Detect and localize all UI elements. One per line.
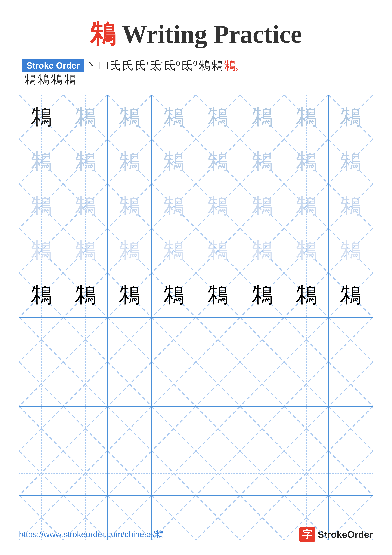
cell-character: 鴸: [340, 151, 361, 172]
grid-cell-8-7[interactable]: [328, 451, 373, 495]
stroke-6: 氏': [134, 60, 149, 71]
grid-cell-6-7[interactable]: [328, 362, 373, 406]
grid-cell-2-7[interactable]: 鴸: [328, 184, 373, 228]
grid-cell-9-6[interactable]: [284, 496, 328, 540]
grid-cell-3-3[interactable]: 鴸: [152, 228, 196, 273]
stroke-8: 氐⁰: [164, 60, 181, 71]
grid-cell-6-3[interactable]: [152, 362, 196, 406]
page-title: 鴸 Writing Practice: [90, 19, 302, 49]
cell-character: 鴸: [119, 107, 140, 127]
grid-cell-2-0[interactable]: 鴸: [19, 184, 64, 228]
grid-cell-6-1[interactable]: [64, 362, 107, 406]
grid-cell-8-0[interactable]: [19, 451, 64, 495]
grid-cell-8-1[interactable]: [64, 451, 107, 495]
grid-cell-3-2[interactable]: 鴸: [108, 228, 152, 273]
grid-cell-4-4[interactable]: 鴸: [196, 273, 240, 317]
grid-cell-2-5[interactable]: 鴸: [240, 184, 284, 228]
grid-cell-7-1[interactable]: [64, 407, 107, 451]
grid-cell-8-3[interactable]: [152, 451, 196, 495]
grid-cell-2-3[interactable]: 鴸: [152, 184, 196, 228]
grid-cell-3-4[interactable]: 鴸: [196, 228, 240, 273]
grid-cell-5-0[interactable]: [19, 318, 64, 362]
cell-character: 鴸: [296, 240, 317, 261]
grid-cell-7-6[interactable]: [284, 407, 328, 451]
grid-cell-5-2[interactable]: [108, 318, 152, 362]
grid-row-5: [19, 318, 373, 362]
grid-cell-2-6[interactable]: 鴸: [284, 184, 328, 228]
grid-cell-6-2[interactable]: [108, 362, 152, 406]
stroke-9: 氐⁰: [181, 60, 198, 71]
grid-cell-7-7[interactable]: [328, 407, 373, 451]
grid-row-3: 鴸鴸鴸鴸鴸鴸鴸鴸: [19, 228, 373, 273]
grid-cell-4-5[interactable]: 鴸: [240, 273, 284, 317]
cell-character: 鴸: [340, 285, 361, 305]
grid-cell-1-2[interactable]: 鴸: [108, 139, 152, 183]
cell-character: 鴸: [296, 196, 317, 216]
grid-cell-0-6[interactable]: 鴸: [284, 95, 328, 139]
grid-cell-2-2[interactable]: 鴸: [108, 184, 152, 228]
grid-cell-2-1[interactable]: 鴸: [64, 184, 107, 228]
grid-cell-3-1[interactable]: 鴸: [64, 228, 107, 273]
grid-cell-7-0[interactable]: [19, 407, 64, 451]
practice-grid: 鴸鴸鴸鴸鴸鴸鴸鴸鴸鴸鴸鴸鴸鴸鴸鴸鴸鴸鴸鴸鴸鴸鴸鴸鴸鴸鴸鴸鴸鴸鴸鴸鴸鴸鴸鴸鴸鴸鴸鴸: [19, 95, 373, 540]
grid-cell-0-7[interactable]: 鴸: [328, 95, 373, 139]
grid-cell-9-1[interactable]: [64, 496, 107, 540]
grid-cell-3-5[interactable]: 鴸: [240, 228, 284, 273]
grid-cell-6-0[interactable]: [19, 362, 64, 406]
grid-cell-8-2[interactable]: [108, 451, 152, 495]
cell-character: 鴸: [31, 107, 51, 127]
stroke-5: 氏: [121, 60, 134, 71]
grid-cell-8-5[interactable]: [240, 451, 284, 495]
grid-cell-1-1[interactable]: 鴸: [64, 139, 107, 183]
grid-cell-3-6[interactable]: 鴸: [284, 228, 328, 273]
grid-cell-3-0[interactable]: 鴸: [19, 228, 64, 273]
grid-cell-6-4[interactable]: [196, 362, 240, 406]
grid-cell-3-7[interactable]: 鴸: [328, 228, 373, 273]
grid-cell-9-0[interactable]: [19, 496, 64, 540]
grid-cell-4-3[interactable]: 鴸: [152, 273, 196, 317]
cell-character: 鴸: [75, 196, 96, 216]
grid-cell-0-3[interactable]: 鴸: [152, 95, 196, 139]
grid-cell-6-6[interactable]: [284, 362, 328, 406]
grid-cell-7-5[interactable]: [240, 407, 284, 451]
cell-character: 鴸: [75, 240, 96, 261]
grid-cell-0-0[interactable]: 鴸: [19, 95, 64, 139]
grid-cell-4-7[interactable]: 鴸: [328, 273, 373, 317]
grid-cell-7-2[interactable]: [108, 407, 152, 451]
grid-cell-5-5[interactable]: [240, 318, 284, 362]
grid-cell-5-6[interactable]: [284, 318, 328, 362]
grid-cell-4-1[interactable]: 鴸: [64, 273, 107, 317]
grid-cell-9-2[interactable]: [108, 496, 152, 540]
grid-cell-5-4[interactable]: [196, 318, 240, 362]
grid-cell-4-6[interactable]: 鴸: [284, 273, 328, 317]
title-text: Writing Practice: [115, 20, 302, 48]
grid-cell-4-2[interactable]: 鴸: [108, 273, 152, 317]
grid-cell-2-4[interactable]: 鴸: [196, 184, 240, 228]
stroke-order-row2: 鴸 鴸 鴸 鴸: [24, 74, 373, 85]
grid-cell-0-5[interactable]: 鴸: [240, 95, 284, 139]
grid-cell-7-3[interactable]: [152, 407, 196, 451]
grid-cell-1-5[interactable]: 鴸: [240, 139, 284, 183]
grid-cell-4-0[interactable]: 鴸: [19, 273, 64, 317]
grid-cell-0-4[interactable]: 鴸: [196, 95, 240, 139]
grid-cell-1-4[interactable]: 鴸: [196, 139, 240, 183]
grid-cell-5-1[interactable]: [64, 318, 107, 362]
grid-cell-9-7[interactable]: [328, 496, 373, 540]
grid-cell-8-6[interactable]: [284, 451, 328, 495]
grid-cell-9-5[interactable]: [240, 496, 284, 540]
grid-cell-1-0[interactable]: 鴸: [19, 139, 64, 183]
grid-cell-8-4[interactable]: [196, 451, 240, 495]
grid-cell-9-4[interactable]: [196, 496, 240, 540]
grid-cell-9-3[interactable]: [152, 496, 196, 540]
grid-cell-6-5[interactable]: [240, 362, 284, 406]
grid-cell-5-7[interactable]: [328, 318, 373, 362]
grid-cell-0-1[interactable]: 鴸: [64, 95, 107, 139]
grid-cell-1-3[interactable]: 鴸: [152, 139, 196, 183]
grid-cell-5-3[interactable]: [152, 318, 196, 362]
grid-cell-1-7[interactable]: 鴸: [328, 139, 373, 183]
grid-cell-0-2[interactable]: 鴸: [108, 95, 152, 139]
grid-cell-1-6[interactable]: 鴸: [284, 139, 328, 183]
grid-cell-7-4[interactable]: [196, 407, 240, 451]
cell-character: 鴸: [252, 151, 272, 172]
stroke-order-badge: Stroke Order: [22, 59, 84, 72]
